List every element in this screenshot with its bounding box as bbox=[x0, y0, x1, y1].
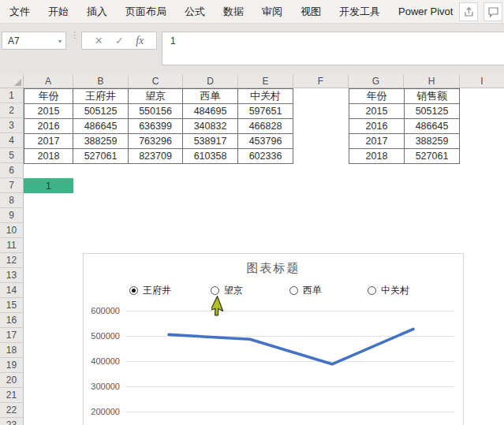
table-sales-cell[interactable]: 2017 bbox=[349, 134, 405, 149]
menu-item-1[interactable]: 开始 bbox=[43, 5, 73, 19]
table-main-cell[interactable]: 388259 bbox=[73, 134, 129, 149]
selected-cell-A7[interactable]: 1 bbox=[24, 178, 73, 193]
row-header-23[interactable]: 23 bbox=[0, 418, 24, 425]
row-header-8[interactable]: 8 bbox=[0, 193, 24, 208]
insert-function-icon[interactable]: fx bbox=[136, 35, 144, 47]
table-main-cell[interactable]: 597651 bbox=[238, 104, 293, 119]
share-icon[interactable] bbox=[459, 2, 478, 21]
row-header-9[interactable]: 9 bbox=[0, 208, 24, 223]
menu-item-3[interactable]: 页面布局 bbox=[121, 5, 171, 19]
table-sales-cell[interactable]: 486645 bbox=[405, 119, 460, 134]
table-main-cell[interactable]: 453796 bbox=[238, 134, 293, 149]
table-main-header-cell[interactable]: 中关村 bbox=[238, 89, 293, 104]
worksheet[interactable]: ABCDEFGHI 123456789101112131415161718192… bbox=[0, 75, 504, 425]
column-header-E[interactable]: E bbox=[238, 75, 293, 88]
table-sales: 年份销售额20155051252016486645201738825920185… bbox=[349, 88, 460, 164]
titlebar-buttons bbox=[459, 2, 502, 21]
table-main-cell[interactable]: 466828 bbox=[238, 119, 293, 134]
menu-item-7[interactable]: 视图 bbox=[296, 5, 326, 19]
row-header-19[interactable]: 19 bbox=[0, 358, 24, 373]
name-box-value: A7 bbox=[8, 35, 20, 47]
table-main-cell[interactable]: 2015 bbox=[24, 104, 73, 119]
cancel-icon[interactable]: ✕ bbox=[95, 35, 103, 47]
table-sales-cell[interactable]: 505125 bbox=[405, 104, 460, 119]
table-sales-header-cell[interactable]: 销售额 bbox=[405, 89, 460, 104]
table-sales-cell[interactable]: 2015 bbox=[349, 104, 405, 119]
row-header-14[interactable]: 14 bbox=[0, 283, 24, 298]
table-main-header-cell[interactable]: 西单 bbox=[183, 89, 238, 104]
row-header-21[interactable]: 21 bbox=[0, 388, 24, 403]
column-header-G[interactable]: G bbox=[349, 75, 404, 88]
enter-icon[interactable]: ✓ bbox=[115, 35, 124, 47]
table-main-cell[interactable]: 823709 bbox=[129, 149, 183, 164]
column-header-B[interactable]: B bbox=[73, 75, 129, 88]
row-header-22[interactable]: 22 bbox=[0, 403, 24, 418]
line-chart[interactable]: 图表标题 王府井望京西单中关村 600000500000400000300000… bbox=[83, 253, 464, 425]
column-header-A[interactable]: A bbox=[24, 75, 73, 88]
table-main-cell[interactable]: 538917 bbox=[183, 134, 238, 149]
table-sales-cell[interactable]: 2016 bbox=[349, 119, 405, 134]
row-header-17[interactable]: 17 bbox=[0, 328, 24, 343]
table-sales-cell[interactable]: 527061 bbox=[405, 149, 460, 164]
row-header-12[interactable]: 12 bbox=[0, 253, 24, 268]
row-header-4[interactable]: 4 bbox=[0, 133, 24, 148]
column-header-D[interactable]: D bbox=[183, 75, 238, 88]
row-header-15[interactable]: 15 bbox=[0, 298, 24, 313]
menu-item-6[interactable]: 审阅 bbox=[257, 5, 287, 19]
formula-bar-row: A7 ▾ ⋮ ✕ ✓ fx 1 bbox=[0, 24, 504, 75]
table-main-cell[interactable]: 340832 bbox=[183, 119, 238, 134]
table-main-header-cell[interactable]: 望京 bbox=[129, 89, 183, 104]
excel-window: 文件开始插入页面布局公式数据审阅视图开发工具Power Pivot A7 ▾ ⋮… bbox=[0, 0, 504, 425]
menu-item-4[interactable]: 公式 bbox=[180, 5, 210, 19]
table-main-cell[interactable]: 2018 bbox=[24, 149, 73, 164]
table-main-cell[interactable]: 486645 bbox=[73, 119, 129, 134]
table-main-cell[interactable]: 636399 bbox=[129, 119, 183, 134]
table-main-cell[interactable]: 550156 bbox=[129, 104, 183, 119]
row-header-7[interactable]: 7 bbox=[0, 178, 24, 193]
comment-icon[interactable] bbox=[483, 2, 502, 21]
formula-bar-resize-handle[interactable]: ⋮ bbox=[70, 32, 78, 37]
table-main-cell[interactable]: 484695 bbox=[183, 104, 238, 119]
table-main-header-cell[interactable]: 年份 bbox=[24, 89, 73, 104]
row-header-13[interactable]: 13 bbox=[0, 268, 24, 283]
menu-item-9[interactable]: Power Pivot bbox=[394, 6, 457, 17]
table-sales-header-cell[interactable]: 年份 bbox=[349, 89, 405, 104]
row-header-18[interactable]: 18 bbox=[0, 343, 24, 358]
ribbon-tab-bar: 文件开始插入页面布局公式数据审阅视图开发工具Power Pivot bbox=[0, 0, 504, 24]
column-header-F[interactable]: F bbox=[293, 75, 349, 88]
formula-input[interactable]: 1 bbox=[162, 32, 504, 65]
column-header-C[interactable]: C bbox=[129, 75, 183, 88]
table-sales-cell[interactable]: 2018 bbox=[349, 149, 405, 164]
menu-item-8[interactable]: 开发工具 bbox=[334, 5, 385, 19]
row-header-2[interactable]: 2 bbox=[0, 103, 24, 118]
row-header-10[interactable]: 10 bbox=[0, 223, 24, 238]
table-main-cell[interactable]: 505125 bbox=[73, 104, 129, 119]
mouse-cursor bbox=[211, 295, 232, 319]
table-sales-cell[interactable]: 388259 bbox=[405, 134, 460, 149]
menu-item-5[interactable]: 数据 bbox=[218, 5, 248, 19]
row-header-6[interactable]: 6 bbox=[0, 163, 24, 178]
data-series-line[interactable] bbox=[169, 329, 413, 364]
row-header-20[interactable]: 20 bbox=[0, 373, 24, 388]
formula-buttons: ✕ ✓ fx bbox=[81, 32, 157, 50]
name-box[interactable]: A7 ▾ bbox=[2, 32, 66, 50]
select-all-corner[interactable] bbox=[0, 75, 24, 88]
row-header-5[interactable]: 5 bbox=[0, 148, 24, 163]
table-main-cell[interactable]: 2016 bbox=[24, 119, 73, 134]
table-main-cell[interactable]: 2017 bbox=[24, 134, 73, 149]
table-main-cell[interactable]: 763296 bbox=[129, 134, 183, 149]
row-header-11[interactable]: 11 bbox=[0, 238, 24, 253]
menu-item-0[interactable]: 文件 bbox=[5, 5, 35, 19]
plot-area bbox=[84, 254, 465, 425]
table-main-cell[interactable]: 527061 bbox=[73, 149, 129, 164]
name-box-caret-icon[interactable]: ▾ bbox=[58, 38, 62, 45]
row-header-3[interactable]: 3 bbox=[0, 118, 24, 133]
row-header-1[interactable]: 1 bbox=[0, 88, 24, 103]
column-header-H[interactable]: H bbox=[404, 75, 460, 88]
column-header-I[interactable]: I bbox=[460, 75, 504, 88]
table-main-cell[interactable]: 602336 bbox=[238, 149, 293, 164]
table-main-cell[interactable]: 610358 bbox=[183, 149, 238, 164]
row-header-16[interactable]: 16 bbox=[0, 313, 24, 328]
table-main-header-cell[interactable]: 王府井 bbox=[73, 89, 129, 104]
menu-item-2[interactable]: 插入 bbox=[82, 5, 112, 19]
